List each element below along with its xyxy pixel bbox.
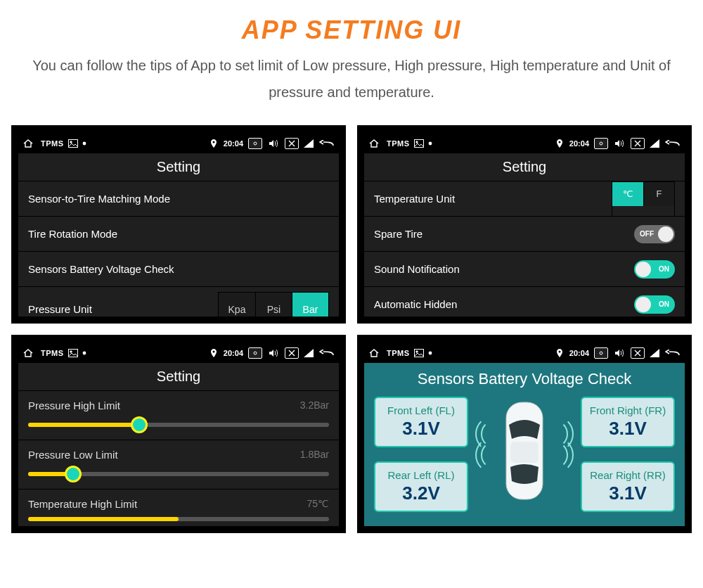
switch-state: ON (659, 265, 669, 273)
svg-point-6 (428, 142, 432, 146)
opt-celsius[interactable]: ℃ (612, 182, 643, 206)
row-tire-rotation[interactable]: Tire Rotation Mode (18, 216, 339, 251)
slider-track[interactable] (28, 517, 329, 521)
row-label: Sensors Battery Voltage Check (28, 263, 174, 275)
card-value: 3.2V (402, 482, 440, 504)
slider-temp-high: Temperature High Limit75℃ (18, 489, 339, 523)
svg-point-1 (70, 141, 71, 143)
camera-icon[interactable] (594, 138, 608, 149)
card-label: Rear Left (RL) (387, 469, 454, 481)
dot-icon (82, 141, 86, 146)
back-icon[interactable] (665, 140, 681, 147)
card-label: Front Right (FR) (590, 404, 666, 416)
slider-track[interactable] (28, 472, 329, 476)
signal-icon (650, 139, 659, 148)
switch-state: ON (659, 300, 669, 308)
svg-point-11 (254, 352, 257, 354)
close-icon[interactable] (631, 347, 645, 359)
app-name: TPMS (41, 139, 64, 148)
slider-pressure-high: Pressure High Limit3.2Bar (18, 390, 339, 440)
card-value: 3.1V (402, 418, 440, 440)
opt-kpa[interactable]: Kpa (219, 293, 255, 324)
signal-waves-icon (475, 420, 492, 469)
close-icon[interactable] (285, 347, 299, 359)
status-bar: TPMS 20:04 (18, 343, 339, 363)
volume-icon[interactable] (266, 347, 280, 359)
dot-icon (428, 141, 432, 146)
status-bar: TPMS 20:04 (364, 134, 685, 153)
screen-title: Sensors Battery Voltage Check (374, 370, 675, 388)
status-time: 20:04 (224, 139, 243, 148)
slider-track[interactable] (28, 423, 329, 427)
home-icon[interactable] (368, 139, 380, 148)
pane-voltage-check: TPMS 20:04 Sensors Battery Voltage Check… (357, 335, 692, 533)
opt-fahrenheit[interactable]: F (643, 182, 674, 206)
location-icon (556, 139, 563, 148)
pane-settings-2: TPMS 20:04 Setting Temperature Unit ℃ F (357, 125, 692, 324)
back-icon[interactable] (665, 350, 681, 357)
svg-rect-4 (414, 140, 423, 148)
location-icon (210, 139, 217, 148)
home-icon[interactable] (22, 348, 34, 358)
row-label: Automatic Hidden (374, 298, 457, 310)
screen-title: Setting (18, 363, 339, 390)
row-sensor-matching[interactable]: Sensor-to-Tire Matching Mode (18, 181, 339, 216)
status-bar: TPMS 20:04 (364, 343, 685, 363)
svg-point-5 (415, 141, 417, 143)
signal-icon (650, 349, 659, 357)
svg-point-14 (428, 352, 432, 355)
app-name: TPMS (387, 349, 410, 357)
slider-thumb[interactable] (131, 416, 148, 433)
card-label: Front Left (FL) (387, 404, 455, 416)
temp-unit-seg: ℃ F (612, 181, 675, 217)
slider-thumb[interactable] (65, 466, 82, 482)
pane-settings-1: TPMS 20:04 Setting Sensor-to-Tire Matchi… (11, 125, 346, 324)
row-label: Pressure Unit (28, 303, 92, 315)
back-icon[interactable] (319, 140, 335, 147)
status-time: 20:04 (569, 349, 589, 357)
volume-icon[interactable] (612, 347, 626, 359)
close-icon[interactable] (285, 138, 299, 149)
opt-bar[interactable]: Bar (292, 293, 328, 324)
slider-label: Pressure Low Limit (28, 449, 118, 461)
row-temp-unit: Temperature Unit ℃ F (364, 181, 685, 216)
camera-icon[interactable] (248, 347, 262, 359)
switch-spare-tire[interactable]: OFF (634, 225, 675, 243)
switch-sound[interactable]: ON (634, 260, 675, 279)
slider-value: 3.2Bar (300, 400, 329, 411)
slider-label: Temperature High Limit (28, 498, 137, 510)
card-value: 3.1V (609, 482, 647, 504)
card-rear-left: Rear Left (RL) 3.2V (374, 461, 468, 512)
row-battery-check[interactable]: Sensors Battery Voltage Check (18, 251, 339, 286)
svg-rect-17 (510, 442, 538, 463)
svg-rect-0 (68, 140, 77, 148)
slider-value: 75℃ (307, 498, 329, 510)
row-label: Temperature Unit (374, 193, 455, 205)
row-label: Sound Notification (374, 263, 460, 275)
app-name: TPMS (387, 139, 410, 148)
svg-point-3 (254, 142, 257, 145)
location-icon (210, 349, 217, 357)
row-label: Sensor-to-Tire Matching Mode (28, 193, 170, 205)
row-sound-notification: Sound Notification ON (364, 251, 685, 286)
camera-icon[interactable] (594, 347, 608, 359)
switch-auto-hidden[interactable]: ON (634, 295, 675, 314)
page-subtitle: You can follow the tips of App to set li… (0, 52, 703, 125)
volume-icon[interactable] (612, 138, 626, 149)
signal-waves-icon (557, 420, 574, 469)
back-icon[interactable] (319, 350, 335, 357)
opt-psi[interactable]: Psi (255, 293, 292, 324)
slider-label: Pressure High Limit (28, 400, 120, 411)
home-icon[interactable] (22, 139, 34, 148)
app-name: TPMS (41, 349, 64, 357)
close-icon[interactable] (631, 138, 645, 149)
svg-rect-12 (414, 350, 423, 357)
signal-icon (304, 349, 314, 357)
status-time: 20:04 (224, 349, 243, 357)
card-front-left: Front Left (FL) 3.1V (374, 397, 468, 447)
volume-icon[interactable] (266, 138, 280, 149)
camera-icon[interactable] (248, 138, 262, 149)
home-icon[interactable] (368, 348, 380, 358)
pressure-unit-seg: Kpa Psi Bar (218, 292, 329, 324)
switch-state: OFF (640, 230, 654, 238)
